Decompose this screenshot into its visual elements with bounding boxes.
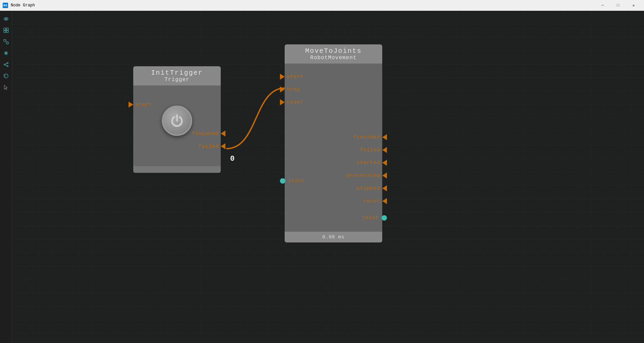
port-move-started[interactable]: started xyxy=(357,160,387,166)
svg-line-17 xyxy=(5,63,7,64)
port-label-joint-in: joint xyxy=(288,178,305,184)
port-label-move-stop: stop xyxy=(287,87,300,92)
asterisk-icon[interactable] xyxy=(1,48,11,58)
node-init-header: InitTrigger Trigger xyxy=(133,66,221,85)
port-label-move-stopped: stopped xyxy=(357,186,380,191)
port-label-start: start xyxy=(135,102,152,108)
port-move-stop[interactable]: stop xyxy=(280,86,300,92)
port-arrow-move-stop xyxy=(280,86,285,92)
port-init-start[interactable]: start xyxy=(129,102,152,108)
port-move-reset-out[interactable]: reset xyxy=(363,198,387,204)
grid-icon[interactable] xyxy=(1,26,11,35)
svg-rect-6 xyxy=(4,39,6,41)
port-init-failed[interactable]: failed xyxy=(199,143,225,149)
port-label-move-reset-out: reset xyxy=(363,198,380,204)
svg-rect-2 xyxy=(4,28,6,30)
refresh-icon[interactable] xyxy=(1,71,11,81)
node-move-body: start stop reset joint finished xyxy=(285,64,382,232)
port-arrow-finished xyxy=(221,130,225,137)
port-label-failed: failed xyxy=(199,144,219,149)
port-arrow-move-start xyxy=(280,74,285,80)
svg-point-15 xyxy=(7,63,8,64)
port-move-reset-in[interactable]: reset xyxy=(280,99,303,105)
port-move-finished[interactable]: finished xyxy=(353,134,387,140)
node-icon[interactable] xyxy=(1,37,11,46)
node-canvas[interactable]: 0 InitTrigger Trigger start finished xyxy=(12,11,644,343)
node-init-body: start finished failed xyxy=(133,85,221,166)
branch-icon[interactable] xyxy=(1,60,11,69)
port-move-stopped[interactable]: stopped xyxy=(357,185,387,191)
svg-point-16 xyxy=(7,66,8,67)
port-arrow-move-finished xyxy=(382,134,387,140)
title-bar: ms Node Graph — □ ✕ xyxy=(0,0,644,11)
port-arrow-move-stopped xyxy=(382,185,387,191)
close-button[interactable]: ✕ xyxy=(626,0,641,11)
connection-label: 0 xyxy=(230,155,235,163)
cursor-icon[interactable] xyxy=(1,83,11,92)
port-label-joint-out: joint xyxy=(362,215,379,221)
port-label-move-failed: failed xyxy=(360,147,380,153)
port-move-joint-out[interactable]: joint xyxy=(362,215,387,221)
svg-rect-5 xyxy=(6,31,8,33)
port-arrow-failed xyxy=(221,143,225,149)
svg-point-1 xyxy=(5,18,7,20)
port-move-processing[interactable]: processing xyxy=(347,173,387,179)
svg-rect-3 xyxy=(6,28,8,30)
port-label-move-started: started xyxy=(357,160,380,166)
port-arrow-move-failed xyxy=(382,147,387,153)
port-move-failed[interactable]: failed xyxy=(360,147,387,153)
svg-line-18 xyxy=(5,65,7,66)
port-arrow-move-processing xyxy=(382,173,387,179)
port-label-move-processing: processing xyxy=(347,173,380,179)
svg-point-14 xyxy=(4,64,5,65)
port-move-joint-in[interactable]: joint xyxy=(280,178,305,184)
maximize-button[interactable]: □ xyxy=(610,0,626,11)
node-move-subtitle: RobotMovement xyxy=(289,55,378,61)
port-arrow-move-reset-out xyxy=(382,198,387,204)
port-arrow-move-reset-in xyxy=(280,99,285,105)
minimize-button[interactable]: — xyxy=(595,0,610,11)
node-move-header: MoveToJoints RobotMovement xyxy=(285,44,382,64)
app-icon: ms xyxy=(3,3,8,8)
node-move-title: MoveToJoints xyxy=(289,47,378,55)
svg-rect-4 xyxy=(4,31,6,33)
port-init-finished[interactable]: finished xyxy=(192,130,225,137)
node-move-timing: 0.00 ms xyxy=(285,232,382,242)
eye-icon[interactable] xyxy=(1,14,11,24)
node-move-to-joints[interactable]: MoveToJoints RobotMovement start stop re… xyxy=(285,44,382,242)
node-init-subtitle: Trigger xyxy=(137,77,217,83)
window-title: Node Graph xyxy=(11,3,595,8)
port-arrow-start xyxy=(129,102,133,108)
port-dot-joint-out xyxy=(382,215,387,221)
port-label-finished: finished xyxy=(192,131,219,137)
port-label-move-reset-in: reset xyxy=(287,100,303,105)
port-label-move-start: start xyxy=(287,74,303,80)
node-init-footer xyxy=(133,166,221,173)
port-dot-joint-in xyxy=(280,178,285,184)
port-move-start[interactable]: start xyxy=(280,74,303,80)
window-controls: — □ ✕ xyxy=(595,0,641,11)
sidebar xyxy=(0,11,12,343)
svg-rect-7 xyxy=(6,42,8,44)
port-arrow-move-started xyxy=(382,160,387,166)
power-button[interactable] xyxy=(162,106,192,136)
port-label-move-finished: finished xyxy=(353,135,380,140)
node-init-trigger[interactable]: InitTrigger Trigger start finished xyxy=(133,66,221,173)
node-init-title: InitTrigger xyxy=(137,69,217,77)
